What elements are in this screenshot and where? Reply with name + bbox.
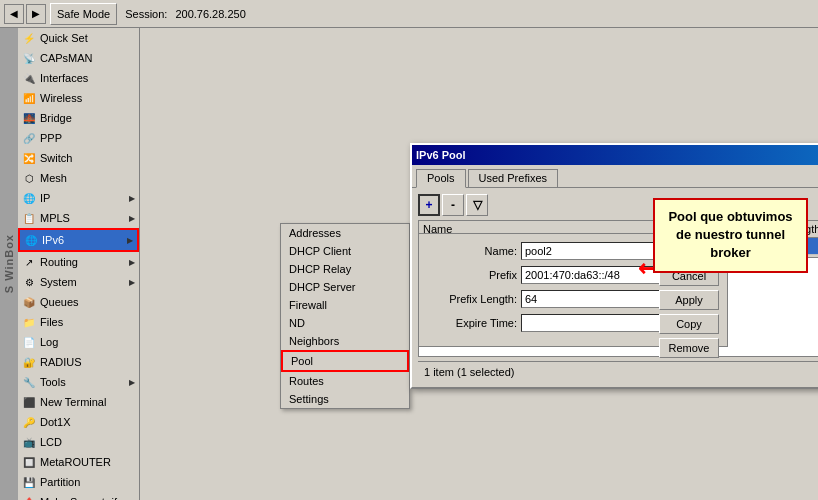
sidebar-item-dot1x[interactable]: 🔑 Dot1X — [18, 412, 139, 432]
sidebar-item-log[interactable]: 📄 Log — [18, 332, 139, 352]
sidebar-item-routing[interactable]: ↗ Routing — [18, 252, 139, 272]
toolbar: ◀ ▶ Safe Mode Session: 200.76.28.250 — [0, 0, 818, 28]
lcd-icon: 📺 — [22, 435, 36, 449]
sidebar-item-ip[interactable]: 🌐 IP — [18, 188, 139, 208]
terminal-icon: ⬛ — [22, 395, 36, 409]
content-area: Addresses DHCP Client DHCP Relay DHCP Se… — [140, 28, 818, 500]
sidebar-item-make-supout[interactable]: 📤 Make Supout.rif — [18, 492, 139, 500]
status-bar: 1 item (1 selected) — [418, 361, 818, 381]
remove-icon: - — [451, 198, 455, 212]
sidebar: S WinBox ⚡ Quick Set 📡 CAPsMAN 🔌 Interfa… — [0, 28, 140, 500]
submenu-item-settings[interactable]: Settings — [281, 390, 409, 408]
name-label: Name: — [427, 245, 517, 257]
sidebar-item-mesh[interactable]: ⬡ Mesh — [18, 168, 139, 188]
ipv6-submenu: Addresses DHCP Client DHCP Relay DHCP Se… — [280, 223, 410, 409]
tab-pools-label: Pools — [427, 172, 455, 184]
winbox-side-label: S WinBox — [0, 28, 18, 500]
sidebar-item-interfaces[interactable]: 🔌 Interfaces — [18, 68, 139, 88]
sidebar-item-partition[interactable]: 💾 Partition — [18, 472, 139, 492]
submenu-item-dhcp-server[interactable]: DHCP Server — [281, 278, 409, 296]
sidebar-item-ipv6[interactable]: 🌐 IPv6 — [18, 228, 139, 252]
submenu-label-nd: ND — [289, 317, 305, 329]
prefix-label: Prefix — [427, 269, 517, 281]
sidebar-item-tools[interactable]: 🔧 Tools — [18, 372, 139, 392]
submenu-item-addresses[interactable]: Addresses — [281, 224, 409, 242]
tab-pools[interactable]: Pools — [416, 169, 466, 188]
sidebar-item-wireless[interactable]: 📶 Wireless — [18, 88, 139, 108]
ipv6-icon: 🌐 — [24, 233, 38, 247]
filter-icon: ▽ — [473, 198, 482, 212]
sidebar-label-log: Log — [40, 336, 58, 348]
sidebar-item-new-terminal[interactable]: ⬛ New Terminal — [18, 392, 139, 412]
remove-button[interactable]: - — [442, 194, 464, 216]
sidebar-item-capsman[interactable]: 📡 CAPsMAN — [18, 48, 139, 68]
sidebar-label-mpls: MPLS — [40, 212, 70, 224]
submenu-item-nd[interactable]: ND — [281, 314, 409, 332]
sidebar-item-lcd[interactable]: 📺 LCD — [18, 432, 139, 452]
metarouter-icon: 🔲 — [22, 455, 36, 469]
add-icon: + — [425, 198, 432, 212]
sidebar-inner: ⚡ Quick Set 📡 CAPsMAN 🔌 Interfaces 📶 Wir… — [18, 28, 139, 500]
sidebar-label-metarouter: MetaROUTER — [40, 456, 111, 468]
winbox-text: S WinBox — [3, 234, 15, 293]
sidebar-item-quick-set[interactable]: ⚡ Quick Set — [18, 28, 139, 48]
supout-icon: 📤 — [22, 495, 36, 500]
submenu-item-pool[interactable]: Pool — [281, 350, 409, 372]
tab-used-prefixes-label: Used Prefixes — [479, 172, 547, 184]
sidebar-label-radius: RADIUS — [40, 356, 82, 368]
submenu-item-routes[interactable]: Routes — [281, 372, 409, 390]
sidebar-label-ppp: PPP — [40, 132, 62, 144]
remove-form-button[interactable]: Remove — [659, 338, 719, 358]
sidebar-label-capsman: CAPsMAN — [40, 52, 93, 64]
sidebar-label-interfaces: Interfaces — [40, 72, 88, 84]
submenu-item-dhcp-relay[interactable]: DHCP Relay — [281, 260, 409, 278]
sidebar-label-routing: Routing — [40, 256, 78, 268]
sidebar-item-metarouter[interactable]: 🔲 MetaROUTER — [18, 452, 139, 472]
main-layout: S WinBox ⚡ Quick Set 📡 CAPsMAN 🔌 Interfa… — [0, 28, 818, 500]
submenu-item-firewall[interactable]: Firewall — [281, 296, 409, 314]
dialog-tabs: Pools Used Prefixes — [412, 165, 818, 187]
wireless-icon: 📶 — [22, 91, 36, 105]
prefix-length-label: Prefix Length: — [427, 293, 517, 305]
back-button[interactable]: ◀ — [4, 4, 24, 24]
sidebar-item-mpls[interactable]: 📋 MPLS — [18, 208, 139, 228]
form-row-expire: Expire Time: Copy — [427, 314, 719, 332]
dialog-titlebar: IPv6 Pool _ □ ✕ — [412, 145, 818, 165]
safe-mode-button[interactable]: Safe Mode — [50, 3, 117, 25]
sidebar-item-system[interactable]: ⚙ System — [18, 272, 139, 292]
quick-set-icon: ⚡ — [22, 31, 36, 45]
copy-button[interactable]: Copy — [659, 314, 719, 334]
sidebar-label-files: Files — [40, 316, 63, 328]
sidebar-item-switch[interactable]: 🔀 Switch — [18, 148, 139, 168]
sidebar-label-make-supout: Make Supout.rif — [40, 496, 117, 500]
tab-used-prefixes[interactable]: Used Prefixes — [468, 169, 558, 187]
mpls-icon: 📋 — [22, 211, 36, 225]
sidebar-label-ipv6: IPv6 — [42, 234, 64, 246]
sidebar-item-radius[interactable]: 🔐 RADIUS — [18, 352, 139, 372]
radius-icon: 🔐 — [22, 355, 36, 369]
sidebar-item-queues[interactable]: 📦 Queues — [18, 292, 139, 312]
sidebar-label-partition: Partition — [40, 476, 80, 488]
system-icon: ⚙ — [22, 275, 36, 289]
submenu-item-dhcp-client[interactable]: DHCP Client — [281, 242, 409, 260]
sidebar-item-files[interactable]: 📁 Files — [18, 312, 139, 332]
files-icon: 📁 — [22, 315, 36, 329]
interfaces-icon: 🔌 — [22, 71, 36, 85]
apply-button[interactable]: Apply — [659, 290, 719, 310]
sidebar-item-ppp[interactable]: 🔗 PPP — [18, 128, 139, 148]
submenu-label-dhcp-client: DHCP Client — [289, 245, 351, 257]
partition-icon: 💾 — [22, 475, 36, 489]
submenu-label-pool: Pool — [291, 355, 313, 367]
forward-button[interactable]: ▶ — [26, 4, 46, 24]
bridge-icon: 🌉 — [22, 111, 36, 125]
sidebar-item-bridge[interactable]: 🌉 Bridge — [18, 108, 139, 128]
nav-buttons[interactable]: ◀ ▶ — [4, 4, 46, 24]
expire-label: Expire Time: — [427, 317, 517, 329]
submenu-item-neighbors[interactable]: Neighbors — [281, 332, 409, 350]
add-button[interactable]: + — [418, 194, 440, 216]
filter-button[interactable]: ▽ — [466, 194, 488, 216]
submenu-label-dhcp-relay: DHCP Relay — [289, 263, 351, 275]
submenu-label-routes: Routes — [289, 375, 324, 387]
sidebar-label-queues: Queues — [40, 296, 79, 308]
routing-icon: ↗ — [22, 255, 36, 269]
